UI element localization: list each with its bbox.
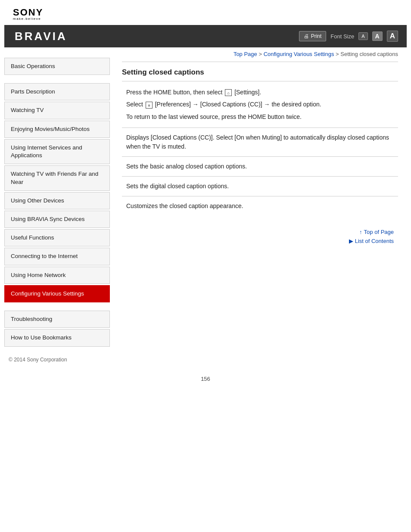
copyright: © 2014 Sony Corporation: [0, 348, 411, 367]
section-cc-display: Displays [Closed Captions (CC)]. Select …: [122, 128, 398, 156]
sony-brand: SONY: [13, 8, 398, 17]
sidebar-item-home-network[interactable]: Using Home Network: [4, 267, 110, 284]
settings-icon: ⌂: [225, 89, 232, 96]
print-icon: 🖨: [304, 33, 309, 39]
font-size-label: Font Size: [330, 33, 354, 40]
sidebar-item-how-to-use[interactable]: How to Use Bookmarks: [4, 329, 110, 346]
footer-links: Top of Page List of Contents: [122, 229, 398, 244]
section-analog-cc: Sets the basic analog closed caption opt…: [122, 156, 398, 176]
main-layout: Basic Operations Parts Description Watch…: [4, 47, 407, 348]
header-bar: BRAVIA 🖨 Print Font Size A A A: [4, 25, 407, 47]
sony-logo: SONY make.believe: [13, 8, 398, 21]
sidebar-item-watching-friends[interactable]: Watching TV with Friends Far and Near: [4, 165, 110, 190]
breadcrumb-current: Setting closed captions: [340, 51, 398, 57]
step-2: Select ≡ [Preferences] → [Closed Caption…: [126, 100, 398, 109]
step-1: Press the HOME button, then select ⌂ [Se…: [126, 87, 398, 97]
breadcrumb-configuring[interactable]: Configuring Various Settings: [264, 51, 334, 57]
steps-section: Press the HOME button, then select ⌂ [Se…: [122, 81, 398, 128]
top-of-page-label: Top of Page: [364, 229, 394, 235]
sidebar-item-using-bravia[interactable]: Using BRAVIA Sync Devices: [4, 211, 110, 228]
sony-tagline: make.believe: [13, 17, 398, 21]
return-note: To return to the last viewed source, pre…: [126, 112, 398, 121]
arrow-up-icon: [359, 229, 362, 235]
top-of-page-link[interactable]: Top of Page: [359, 229, 394, 235]
section-digital-cc: Sets the digital closed caption options.: [122, 176, 398, 196]
sidebar-item-connecting[interactable]: Connecting to the Internet: [4, 248, 110, 265]
sidebar-item-parts-description[interactable]: Parts Description: [4, 83, 110, 100]
appearance-desc: Customizes the closed caption appearance…: [126, 202, 398, 211]
breadcrumb-separator-2: >: [336, 51, 340, 57]
header-controls: 🖨 Print Font Size A A A: [299, 31, 398, 42]
logo-area: SONY make.believe: [0, 0, 411, 25]
list-of-contents-label: List of Contents: [355, 238, 394, 244]
sidebar-item-useful-functions[interactable]: Useful Functions: [4, 229, 110, 246]
sidebar-item-basic-operations[interactable]: Basic Operations: [4, 58, 110, 75]
breadcrumb-separator-1: >: [258, 51, 263, 57]
section-appearance: Customizes the closed caption appearance…: [122, 196, 398, 216]
font-size-medium-button[interactable]: A: [372, 31, 383, 41]
sidebar-item-troubleshooting[interactable]: Troubleshooting: [4, 311, 110, 328]
print-label: Print: [311, 33, 322, 39]
sidebar-item-using-internet[interactable]: Using Internet Services and Applications: [4, 139, 110, 164]
arrow-right-icon: [349, 238, 353, 244]
font-size-small-button[interactable]: A: [358, 32, 367, 40]
preferences-icon: ≡: [146, 102, 153, 109]
digital-cc-desc: Sets the digital closed caption options.: [126, 182, 398, 191]
breadcrumb-top-page[interactable]: Top Page: [234, 51, 257, 57]
sidebar-item-watching-tv[interactable]: Watching TV: [4, 102, 110, 119]
page-number: 156: [0, 367, 411, 386]
sidebar: Basic Operations Parts Description Watch…: [4, 47, 110, 348]
cc-display-desc: Displays [Closed Captions (CC)]. Select …: [126, 133, 398, 151]
page-title: Setting closed captions: [122, 68, 398, 77]
page-title-section: Setting closed captions: [122, 62, 398, 77]
font-size-large-button[interactable]: A: [387, 31, 398, 42]
breadcrumb: Top Page > Configuring Various Settings …: [122, 51, 398, 57]
content-area: Top Page > Configuring Various Settings …: [110, 47, 407, 348]
print-button[interactable]: 🖨 Print: [299, 31, 327, 41]
sidebar-item-using-other[interactable]: Using Other Devices: [4, 192, 110, 209]
sidebar-item-configuring[interactable]: Configuring Various Settings: [4, 285, 110, 302]
sidebar-item-enjoying-movies[interactable]: Enjoying Movies/Music/Photos: [4, 121, 110, 138]
bravia-title: BRAVIA: [15, 30, 67, 43]
analog-cc-desc: Sets the basic analog closed caption opt…: [126, 162, 398, 171]
list-of-contents-link[interactable]: List of Contents: [349, 238, 394, 244]
